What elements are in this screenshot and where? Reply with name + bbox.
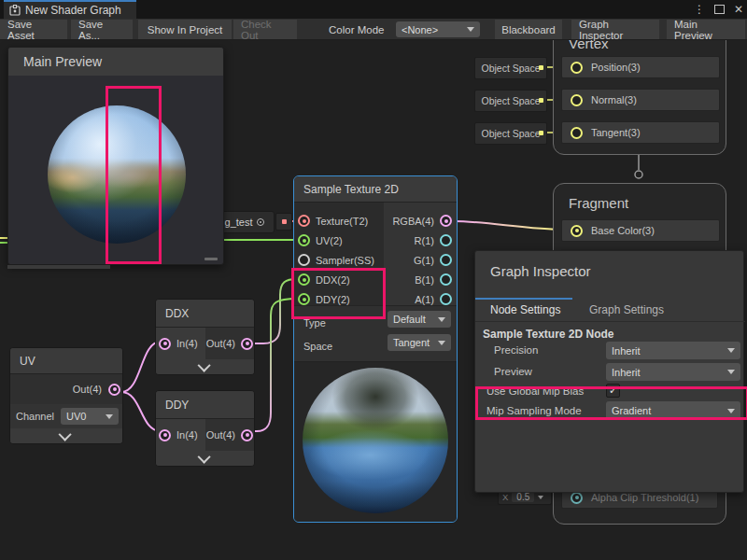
tab-graph-settings[interactable]: Graph Settings — [589, 303, 664, 316]
close-icon[interactable]: ✕ — [734, 4, 743, 15]
sample-node-title: Sample Texture 2D — [294, 176, 457, 203]
alpha-clip-port[interactable] — [571, 492, 583, 504]
precision-row: Precision — [494, 344, 538, 356]
show-in-project-button[interactable]: Show In Project — [138, 20, 232, 39]
uv-channel-dropdown[interactable]: UV0 — [61, 408, 119, 425]
preview-dropdown[interactable]: Inherit — [606, 363, 740, 381]
kebab-menu-icon[interactable]: ⋮ — [694, 4, 705, 15]
ddy-in-port[interactable] — [159, 429, 171, 441]
ddx-node-title: DDX — [156, 300, 254, 328]
object-space-port-2[interactable] — [539, 98, 543, 103]
ddx-node[interactable]: DDX In(4) Out(4) — [155, 299, 255, 375]
ddx-collapse-chevron-icon — [197, 359, 210, 372]
sample-input-ddx[interactable]: DDX(2) — [298, 273, 350, 286]
main-preview-header[interactable]: Main Preview — [8, 48, 223, 76]
object-space-node-1[interactable]: Object Space — [474, 57, 547, 79]
blackboard-toggle-button[interactable]: Blackboard — [495, 20, 562, 39]
alpha-value-field[interactable]: 0.5 — [512, 492, 534, 502]
preview-resize-grip[interactable] — [204, 258, 218, 260]
sample-input-texture[interactable]: Texture(T2) — [298, 215, 368, 227]
object-space-port-3[interactable] — [539, 131, 543, 135]
inspector-section-title: Sample Texture 2D Node — [483, 328, 613, 341]
ddy-node[interactable]: DDY In(4) Out(4) — [155, 390, 255, 467]
sample-space-dropdown[interactable]: Tangent — [388, 334, 451, 351]
ddy-out-port[interactable] — [241, 429, 253, 441]
preview-scroll-strip[interactable] — [7, 265, 110, 269]
mip-bias-row: Use Global Mip Bias — [486, 385, 584, 397]
object-space-node-2[interactable]: Object Space — [474, 90, 547, 112]
sample-space-label: Space — [303, 337, 332, 354]
sample-output-r[interactable]: R(1) — [415, 234, 452, 246]
gtest-output-port[interactable] — [282, 219, 287, 224]
alpha-x-label: X — [502, 492, 508, 502]
vertex-port-tangent[interactable]: Tangent(3) — [561, 121, 720, 144]
uv-collapse-strip[interactable] — [10, 428, 122, 443]
sample-output-rgba[interactable]: RGBA(4) — [392, 215, 452, 227]
main-preview-toggle-button[interactable]: Main Preview — [667, 20, 745, 39]
object-space-port-1[interactable] — [539, 65, 543, 70]
tab-node-settings[interactable]: Node Settings — [490, 303, 560, 316]
rgba-out-port[interactable] — [440, 215, 452, 227]
title-bar: New Shader Graph ⋮ ✕ — [0, 0, 747, 19]
texture-in-port[interactable] — [298, 215, 310, 227]
shader-graph-icon — [9, 5, 21, 16]
main-preview-sphere[interactable] — [48, 105, 186, 244]
uv-channel-row: Channel UV0 — [10, 404, 123, 428]
fragment-port-basecolor[interactable]: Base Color(3) — [561, 219, 720, 242]
color-mode-dropdown[interactable]: <None> — [396, 21, 480, 37]
uv-node[interactable]: UV Out(4) Channel UV0 — [9, 347, 123, 444]
mip-bias-checkbox[interactable]: ✓ — [606, 384, 620, 398]
mip-mode-dropdown[interactable]: Gradient — [606, 401, 740, 420]
g-out-port[interactable] — [440, 254, 452, 266]
graph-inspector-panel[interactable]: Graph Inspector Node Settings Graph Sett… — [474, 250, 744, 493]
ddy-in2-port[interactable] — [298, 293, 310, 305]
gtest-output-port-box[interactable] — [275, 213, 292, 231]
graph-inspector-toggle-button[interactable]: Graph Inspector — [571, 20, 659, 39]
save-as-button[interactable]: Save As... — [71, 20, 133, 39]
uv-node-title: UV — [10, 348, 122, 374]
ddx-in2-port[interactable] — [298, 273, 310, 286]
ddx-in-port[interactable] — [159, 338, 171, 350]
sample-output-a[interactable]: A(1) — [415, 293, 452, 305]
a-out-port[interactable] — [440, 293, 452, 305]
inspector-tabbar: Node Settings Graph Settings — [475, 298, 745, 322]
vertex-port-normal[interactable]: Normal(3) — [561, 89, 720, 111]
vertex-port-position[interactable]: Position(3) — [561, 56, 720, 78]
uv-in-port[interactable] — [298, 234, 310, 246]
shader-graph-tab[interactable]: New Shader Graph — [4, 0, 136, 19]
vertex-block[interactable]: Vertex Position(3) Normal(3) Tangent(3) — [553, 24, 726, 155]
uv-out-port[interactable] — [108, 384, 120, 396]
sample-texture-2d-node[interactable]: Sample Texture 2D Texture(T2) UV(2) Samp… — [293, 175, 458, 523]
b-out-port[interactable] — [440, 273, 452, 286]
ddy-collapse-strip[interactable] — [156, 451, 254, 466]
sample-input-uv[interactable]: UV(2) — [298, 234, 343, 246]
sample-input-ddy[interactable]: DDY(2) — [298, 293, 350, 305]
sample-node-preview — [294, 361, 457, 522]
base-color-port[interactable] — [571, 225, 583, 237]
main-preview-panel[interactable]: Main Preview — [7, 47, 224, 265]
save-asset-button[interactable]: Save Asset — [0, 20, 67, 39]
maximize-icon[interactable] — [714, 5, 725, 14]
check-out-button[interactable]: Check Out — [233, 20, 297, 39]
precision-dropdown[interactable]: Inherit — [606, 342, 740, 359]
vertex-fragment-connector — [635, 171, 642, 178]
position-port[interactable] — [571, 62, 583, 74]
uv-channel-label: Channel — [16, 411, 57, 422]
wire-rgba-basecolor — [454, 221, 566, 230]
uv-out-row: Out(4) — [10, 374, 123, 404]
normal-port[interactable] — [571, 94, 583, 106]
toolbar: Save Asset Save As... Show In Project Ch… — [0, 19, 747, 40]
r-out-port[interactable] — [440, 234, 452, 246]
object-space-node-3[interactable]: Object Space — [474, 122, 547, 145]
sample-output-b[interactable]: B(1) — [415, 273, 452, 286]
tab-title: New Shader Graph — [25, 4, 121, 17]
preview-row: Preview — [494, 366, 532, 377]
ddx-out-port[interactable] — [241, 338, 253, 350]
sampler-in-port[interactable] — [298, 254, 310, 266]
sample-output-g[interactable]: G(1) — [414, 254, 452, 266]
ddx-collapse-strip[interactable] — [156, 359, 254, 374]
sample-input-sampler[interactable]: Sampler(SS) — [298, 254, 374, 266]
tangent-port[interactable] — [571, 127, 583, 139]
sample-type-dropdown[interactable]: Default — [388, 311, 451, 328]
ddy-ports-row: In(4) Out(4) — [156, 419, 255, 451]
